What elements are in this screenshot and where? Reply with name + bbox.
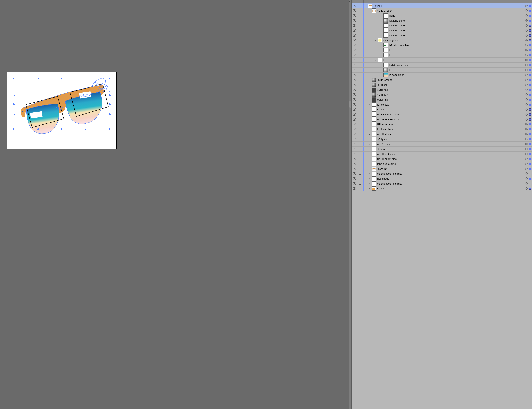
lock-toggle[interactable] [357, 166, 363, 171]
visibility-toggle[interactable] [352, 137, 357, 141]
selection-square[interactable] [528, 187, 532, 190]
layer-thumbnail[interactable] [372, 162, 376, 166]
lock-toggle[interactable] [357, 117, 363, 122]
target-icon[interactable] [525, 24, 528, 27]
layer-name[interactable]: up LH bright sine [377, 158, 525, 160]
visibility-toggle[interactable] [352, 23, 357, 28]
selection-square[interactable] [528, 99, 532, 101]
disclosure-toggle[interactable]: › [367, 77, 372, 82]
layer-thumbnail[interactable] [372, 157, 376, 161]
selection-square[interactable] [528, 153, 532, 155]
lock-toggle[interactable] [357, 132, 363, 137]
canvas-area[interactable] [0, 0, 349, 409]
selection-square[interactable] [528, 168, 532, 170]
layer-name[interactable]: up LH lensShadow [377, 118, 525, 121]
target-icon[interactable] [525, 163, 528, 165]
target-icon[interactable] [525, 49, 528, 51]
edge-mark[interactable] [85, 78, 86, 79]
visibility-toggle[interactable] [352, 13, 357, 18]
lock-toggle[interactable] [357, 58, 363, 62]
visibility-toggle[interactable] [352, 18, 357, 23]
layer-thumbnail[interactable] [372, 171, 376, 176]
selection-square[interactable] [528, 19, 532, 22]
layer-thumbnail[interactable] [372, 181, 376, 186]
layer-name[interactable]: left lens shine [389, 24, 525, 27]
lock-toggle[interactable] [357, 137, 363, 141]
visibility-toggle[interactable] [352, 28, 357, 33]
layer-thumbnail[interactable] [372, 112, 376, 117]
layer-row[interactable]: ›color lenses no stroke' [352, 181, 532, 186]
lock-toggle[interactable] [357, 43, 363, 48]
layer-name[interactable]: up RH shine [377, 143, 525, 146]
layer-thumbnail[interactable] [384, 48, 388, 52]
resize-handle-tr[interactable] [109, 78, 111, 79]
edge-mark[interactable] [37, 128, 38, 130]
target-icon[interactable] [525, 79, 528, 81]
lock-toggle[interactable] [357, 151, 363, 156]
lock-toggle[interactable] [357, 127, 363, 132]
visibility-toggle[interactable] [352, 43, 357, 48]
lock-toggle[interactable] [357, 171, 363, 176]
visibility-toggle[interactable] [352, 176, 357, 181]
layer-name[interactable]: <Ellipse> [377, 93, 525, 96]
disclosure-toggle[interactable]: › [367, 171, 372, 176]
lock-toggle[interactable] [357, 23, 363, 28]
edge-mark[interactable] [14, 113, 15, 115]
disclosure-toggle[interactable]: › [367, 166, 372, 171]
target-icon[interactable] [525, 143, 528, 145]
layer-name[interactable]: left lens shine [389, 29, 525, 32]
lock-toggle[interactable] [357, 176, 363, 181]
target-icon[interactable] [525, 5, 528, 7]
layer-thumbnail[interactable] [372, 127, 376, 131]
visibility-toggle[interactable] [352, 147, 357, 151]
lock-toggle[interactable] [357, 8, 363, 13]
layer-row[interactable]: RH lower lens [352, 122, 532, 127]
selection-square[interactable] [528, 79, 532, 81]
layer-thumbnail[interactable] [368, 4, 372, 8]
visibility-toggle[interactable] [352, 157, 357, 161]
lock-toggle[interactable] [357, 73, 363, 77]
visibility-toggle[interactable] [352, 102, 357, 107]
selection-square[interactable] [528, 74, 532, 76]
target-icon[interactable] [525, 84, 528, 86]
layer-row[interactable]: up RH lensShadow [352, 112, 532, 117]
target-icon[interactable] [525, 133, 528, 135]
target-icon[interactable] [525, 74, 528, 76]
selection-square[interactable] [528, 183, 532, 185]
selection-square[interactable] [528, 5, 532, 7]
layer-name[interactable]: <Path> [377, 108, 525, 111]
layer-row[interactable]: <Ellipse> [352, 82, 532, 87]
layer-thumbnail[interactable] [384, 23, 388, 28]
layer-name[interactable]: l lens [389, 14, 525, 17]
lock-toggle[interactable] [357, 157, 363, 161]
lock-toggle[interactable] [357, 63, 363, 67]
selection-square[interactable] [528, 158, 532, 160]
visibility-toggle[interactable] [352, 97, 357, 102]
layer-thumbnail[interactable] [384, 18, 388, 23]
layer-row[interactable]: ›<Path> [352, 186, 532, 191]
layer-name[interactable]: left lens shine [389, 34, 525, 37]
layer-row[interactable]: lh beach lens [352, 73, 532, 77]
lock-toggle[interactable] [357, 48, 363, 53]
selection-square[interactable] [528, 113, 532, 116]
target-icon[interactable] [525, 177, 528, 180]
selection-square[interactable] [528, 138, 532, 140]
disclosure-toggle[interactable]: › [367, 161, 372, 166]
visibility-toggle[interactable] [352, 68, 357, 72]
layer-thumbnail[interactable] [384, 53, 388, 57]
selection-square[interactable] [528, 173, 532, 175]
visibility-toggle[interactable] [352, 3, 357, 8]
layer-thumbnail[interactable] [372, 147, 376, 151]
layer-name[interactable]: <Ellipse> [377, 138, 525, 141]
visibility-toggle[interactable] [352, 151, 357, 156]
resize-handle-mr[interactable] [109, 103, 111, 104]
selection-square[interactable] [528, 163, 532, 165]
layer-name[interactable]: l [383, 59, 525, 62]
layer-name[interactable]: LH screws [377, 103, 525, 106]
disclosure-toggle[interactable]: › [367, 132, 372, 137]
lock-toggle[interactable] [357, 77, 363, 82]
layer-name[interactable]: <Ellipse> [377, 83, 525, 86]
layer-name[interactable]: left sun glare [383, 39, 525, 42]
selection-square[interactable] [528, 123, 532, 125]
visibility-toggle[interactable] [352, 48, 357, 53]
